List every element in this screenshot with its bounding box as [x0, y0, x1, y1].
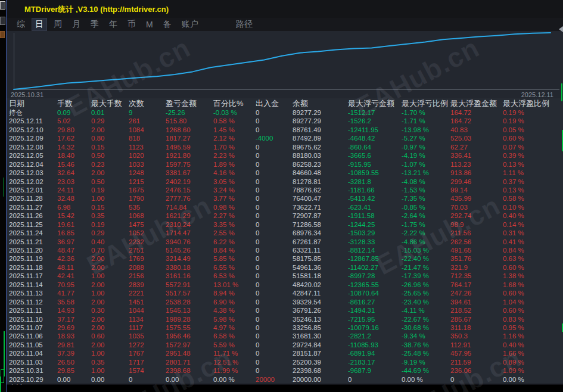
table-cell: 2025.12.04	[9, 160, 57, 169]
table-cell: 0	[256, 254, 293, 263]
table-cell: 0.60 %	[503, 306, 563, 315]
table-cell: 2025.11.20	[9, 246, 57, 254]
table-row[interactable]: 2025.11.1235.582.0014512538.286.90 %0393…	[7, 298, 563, 306]
collapse-arrow-icon[interactable]	[559, 26, 563, 32]
table-cell: -1244.25	[348, 220, 402, 229]
table-cell: 37.39	[57, 349, 91, 357]
table-cell: 1123	[129, 143, 166, 151]
table-cell: -1.53 %	[402, 186, 450, 194]
table-cell: 0.70	[91, 246, 129, 254]
table-row[interactable]: 2025.11.276.980.15535714.840.98 %073622.…	[7, 203, 563, 211]
table-cell: 72907.87	[293, 211, 348, 220]
table-row[interactable]: 2025.11.1037.172.0011341989.285.98 %0352…	[7, 315, 563, 323]
table-row[interactable]: 2025.11.0437.391.0017672951.4811.71 %028…	[7, 349, 563, 357]
table-cell: 0.19 %	[503, 108, 563, 117]
table-cell: -1181.66	[348, 186, 402, 194]
table-cell: -10079.16	[348, 323, 402, 332]
menu-item-lujing[interactable]: 路径	[233, 18, 256, 30]
table-row[interactable]: 2025.12.0223.030.5012152402.193.05 %0812…	[7, 178, 563, 186]
table-cell: 8.94 %	[213, 289, 256, 297]
table-row[interactable]: 2025.11.2416.850.2910521714.472.55 %0689…	[7, 229, 563, 237]
menu-item-bi[interactable]: 币	[125, 18, 139, 30]
table-cell: 285.67	[450, 315, 503, 323]
table-cell: -6891.94	[348, 349, 402, 357]
table-row[interactable]: 2025.11.1942.362.0017693214.495.85 %0581…	[7, 254, 563, 263]
menu-item-yue[interactable]: 月	[69, 18, 83, 30]
table-cell: 54961.36	[293, 263, 348, 272]
table-cell: 1.45 %	[213, 126, 256, 134]
table-row[interactable]: 2025.11.0529.812.0012721572.975.59 %0297…	[7, 341, 563, 349]
table-cell: 4.97 %	[213, 323, 256, 332]
table-row[interactable]: 2025.12.115.020.29261515.800.58 %089277.…	[7, 117, 563, 125]
table-cell: 盈亏金额	[166, 98, 213, 108]
candle-wick-decoration	[561, 83, 562, 101]
table-cell: -8812.14	[348, 246, 402, 254]
table-cell: -15.03 %	[402, 246, 450, 254]
table-cell: -8997.28	[348, 272, 402, 280]
table-cell: 0	[256, 246, 293, 254]
table-cell: 15.42	[57, 211, 91, 220]
table-cell: 2088	[129, 263, 166, 272]
table-cell: 0.00 %	[402, 375, 450, 384]
table-row[interactable]: 2025.12.0415.460.2310331597.751.89 %0862…	[7, 160, 563, 169]
table-row[interactable]: 2025.12.0518.400.5010201921.802.23 %0881…	[7, 151, 563, 160]
table-cell: 4.16 %	[213, 169, 256, 177]
table-cell: -1512.17	[348, 108, 402, 117]
table-row[interactable]: 2025.11.0618.930.6010351956.466.58 %0316…	[7, 332, 563, 340]
table-row[interactable]: 2025.11.1114.930.3010441545.134.38 %0367…	[7, 306, 563, 315]
table-cell: -26.96 %	[402, 281, 450, 289]
table-cell: 1717	[129, 358, 166, 366]
table-row[interactable]: 2025.12.0332.642.0012483381.674.16 %0846…	[7, 169, 563, 177]
table-cell: 1268.60	[166, 126, 213, 134]
menu-item-zong[interactable]: 综	[14, 18, 28, 30]
table-cell: 3940.76	[166, 238, 213, 246]
table-cell: -9.19 %	[402, 358, 450, 366]
table-cell: 0.00	[57, 375, 91, 384]
table-cell: 0.01	[91, 108, 129, 117]
menu-item-ji[interactable]: 季	[88, 18, 102, 30]
table-row[interactable]: 2025.11.1470.952.0028395572.9113.01 %048…	[7, 281, 563, 289]
table-row[interactable]: 2025.12.0917.620.808181817.272.12 %-4000…	[7, 134, 563, 142]
menu-item-m[interactable]: M	[143, 19, 156, 30]
table-row[interactable]: 持仓0.090.019-25.26-0.03 %089277.29-1512.1…	[7, 108, 563, 117]
table-cell: 0.19	[91, 220, 129, 229]
menu-item-zhou[interactable]: 周	[51, 18, 65, 30]
table-cell: 1.00	[91, 349, 129, 357]
table-row[interactable]: 2025.11.2615.420.3510681621.292.27 %0729…	[7, 211, 563, 220]
table-row[interactable]: 2025.12.0814.320.1511231495.591.70 %0896…	[7, 143, 563, 151]
table-row[interactable]: 2025.10.3129.851.0015742398.6811.99 %022…	[7, 366, 563, 375]
table-row[interactable]: 2025.11.2136.970.4022323940.766.22 %0672…	[7, 238, 563, 246]
table-cell: 18.93	[57, 332, 91, 340]
table-row[interactable]: 2025.11.0729.692.0011171575.554.97 %0332…	[7, 323, 563, 332]
table-cell: 2025.11.06	[9, 332, 57, 340]
table-cell: 2025.11.26	[9, 211, 57, 220]
table-cell: 1790	[129, 194, 166, 203]
table-cell: 2025.11.21	[9, 238, 57, 246]
table-row[interactable]: 2025.10.290.000.0000.000.00 %2000020000.…	[7, 375, 563, 384]
table-row[interactable]: 2025.11.1848.112.0020883380.186.55 %0549…	[7, 263, 563, 272]
table-cell: 36.97	[57, 238, 91, 246]
table-cell: 12.51 %	[213, 358, 256, 366]
table-cell: 1956.46	[166, 332, 213, 340]
table-cell: 2476.15	[166, 186, 213, 194]
table-cell: 3161.16	[166, 272, 213, 280]
table-cell: 1068	[129, 211, 166, 220]
daily-stats-table: 日期手数最大手数次数盈亏金额百分比%出入金余额最大浮亏金额最大浮亏比例最大浮盈金…	[7, 98, 563, 392]
table-cell: 最大手数	[91, 98, 129, 108]
table-cell: 164.72	[450, 108, 503, 117]
table-cell: 0.13 %	[503, 160, 563, 169]
table-row[interactable]: 2025.11.1742.411.0021563161.166.53 %0515…	[7, 272, 563, 280]
menu-item-nian[interactable]: 年	[106, 18, 120, 30]
table-row[interactable]: 2025.11.1341.771.0022213517.578.94 %0428…	[7, 289, 563, 297]
table-row[interactable]: 2025.11.2048.470.7027515145.268.84 %0633…	[7, 246, 563, 254]
table-cell: 0.00	[91, 375, 129, 384]
table-row[interactable]: 2025.12.0124.110.1916752476.153.24 %0788…	[7, 186, 563, 194]
menu-item-ri[interactable]: 日	[32, 18, 46, 30]
table-row[interactable]: 2025.12.1029.802.0010841268.601.45 %0887…	[7, 126, 563, 134]
table-cell: 1575.55	[166, 323, 213, 332]
table-row[interactable]: 2025.11.2832.481.0017902777.763.77 %0764…	[7, 194, 563, 203]
menu-item-zhanghu[interactable]: 账户	[179, 18, 201, 30]
table-row[interactable]: 2025.11.2519.610.1914752310.243.35 %0712…	[7, 220, 563, 229]
menu-item-bei[interactable]: 备	[160, 18, 175, 30]
table-row[interactable]: 2025.11.0326.500.3517172801.7112.51 %025…	[7, 358, 563, 366]
